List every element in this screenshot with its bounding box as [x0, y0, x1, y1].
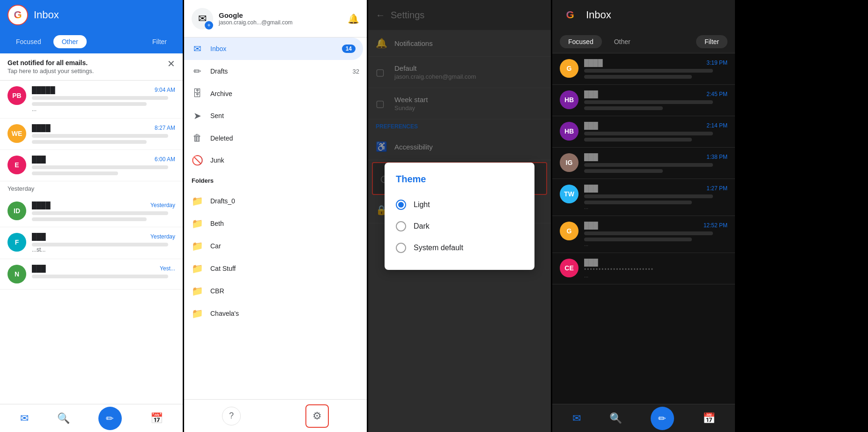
nav-item-sent[interactable]: ➤ Sent — [184, 104, 367, 127]
bottom-nav: ✉ 🔍 ✏ 📅 — [0, 404, 183, 432]
folder-label: Car — [210, 242, 359, 250]
nav-label-deleted: Deleted — [210, 134, 359, 142]
radio-light — [396, 200, 406, 210]
avatar: HB — [560, 122, 579, 141]
folder-beth[interactable]: 📁 Beth — [184, 212, 367, 235]
panel-dark-inbox: G Inbox Focused Other Filter G ████ 3:19… — [552, 0, 735, 432]
dark-email-item[interactable]: TW ███ 1:27 PM ... — [552, 179, 735, 216]
account-name: Google — [219, 11, 342, 19]
email-content: ███ 1:38 PM — [584, 153, 727, 173]
folder-chavelas[interactable]: 📁 Chavela's — [184, 302, 367, 325]
help-button[interactable]: ? — [222, 407, 241, 425]
theme-option-dark[interactable]: Dark — [396, 216, 523, 237]
email-time: Yesterday — [150, 202, 175, 209]
dark-mail-icon[interactable]: ✉ — [572, 412, 581, 425]
avatar: G — [560, 222, 579, 240]
nav-item-archive[interactable]: 🗄 Archive — [184, 82, 367, 104]
blur-line — [32, 243, 168, 246]
tab-focused[interactable]: Focused — [7, 35, 50, 48]
folder-icon: 📁 — [192, 240, 203, 252]
tab-filter[interactable]: Filter — [144, 35, 175, 48]
blur-line — [584, 238, 692, 241]
settings-button[interactable]: ⚙ — [305, 404, 329, 428]
notif-text: Get notified for all emails. Tap here to… — [7, 59, 94, 74]
folder-cat-stuff[interactable]: 📁 Cat Stuff — [184, 257, 367, 280]
dark-bottom-nav: ✉ 🔍 ✏ 📅 — [552, 404, 735, 432]
email-sender: ███ — [584, 185, 598, 192]
dark-email-item[interactable]: G ███ 12:52 PM ... — [552, 216, 735, 253]
email-item[interactable]: ID ████ Yesterday — [0, 196, 183, 227]
blur-line — [32, 275, 168, 278]
close-notification-button[interactable]: ✕ — [167, 59, 175, 68]
bell-icon[interactable]: 🔔 — [348, 13, 359, 24]
panel-light-inbox: G Inbox Focused Other Filter Get notifie… — [0, 0, 183, 432]
google-g-icon: G — [566, 9, 574, 21]
folder-label: Chavela's — [210, 310, 359, 317]
blur-line — [584, 163, 713, 167]
avatar: ID — [7, 201, 26, 220]
dark-email-item[interactable]: CE ███ •••••••••••••••••••••••• ... — [552, 253, 735, 284]
dark-tab-other[interactable]: Other — [606, 35, 639, 48]
google-logo-dark: G — [560, 5, 580, 25]
email-sender: ███ — [32, 233, 46, 240]
email-time: 12:52 PM — [704, 222, 727, 229]
email-time: Yest... — [160, 265, 175, 272]
tab-other[interactable]: Other — [53, 35, 87, 48]
dark-email-item[interactable]: IG ███ 1:38 PM — [552, 148, 735, 179]
avatar: E — [7, 156, 26, 174]
dark-search-icon[interactable]: 🔍 — [609, 412, 622, 425]
nav-item-drafts[interactable]: ✏ Drafts 32 — [184, 60, 367, 82]
folder-label: Drafts_0 — [210, 197, 359, 205]
email-content: ███ Yest... — [32, 265, 175, 278]
email-time: 3:19 PM — [706, 60, 727, 66]
nav-item-inbox[interactable]: ✉ Inbox 14 — [184, 37, 363, 60]
dark-tab-filter[interactable]: Filter — [696, 35, 727, 48]
theme-option-system[interactable]: System default — [396, 237, 523, 259]
nav-label-junk: Junk — [210, 156, 359, 164]
dark-tab-focused[interactable]: Focused — [560, 35, 602, 48]
dark-email-list: G ████ 3:19 PM HB ███ 2:45 PM — [552, 53, 735, 404]
theme-label-light: Light — [414, 201, 430, 209]
theme-dialog-overlay[interactable]: Theme Light Dark System default — [368, 0, 551, 432]
email-item[interactable]: WE ████ 8:27 AM — [0, 119, 183, 150]
nav-item-junk[interactable]: 🚫 Junk — [184, 149, 367, 171]
blur-line — [584, 132, 713, 135]
email-sender: ███ — [584, 153, 598, 161]
email-content: ████ 3:19 PM — [584, 59, 727, 79]
compose-button[interactable]: ✏ — [98, 407, 122, 430]
folder-drafts0[interactable]: 📁 Drafts_0 — [184, 190, 367, 212]
nav-item-deleted[interactable]: 🗑 Deleted — [184, 127, 367, 149]
dark-email-item[interactable]: HB ███ 2:14 PM — [552, 116, 735, 148]
dark-email-item[interactable]: HB ███ 2:45 PM — [552, 85, 735, 116]
email-item[interactable]: E ███ 6:00 AM — [0, 150, 183, 181]
add-account-badge[interactable]: + — [205, 21, 213, 30]
theme-option-light[interactable]: Light — [396, 194, 523, 216]
radio-inner — [398, 202, 404, 208]
folder-cbr[interactable]: 📁 CBR — [184, 280, 367, 302]
avatar: CE — [560, 259, 579, 277]
email-sender: ████ — [584, 59, 603, 67]
search-icon[interactable]: 🔍 — [57, 412, 70, 425]
blur-line — [584, 138, 692, 142]
email-list: PB █████ 9:04 AM ... WE ████ 8:27 AM — [0, 81, 183, 404]
email-item[interactable]: PB █████ 9:04 AM ... — [0, 81, 183, 119]
dark-compose-button[interactable]: ✏ — [651, 407, 674, 430]
avatar: HB — [560, 90, 579, 109]
inbox-badge: 14 — [342, 45, 356, 53]
avatar: F — [7, 233, 26, 252]
dark-calendar-icon[interactable]: 📅 — [703, 412, 715, 425]
email-content: ███ •••••••••••••••••••••••• ... — [584, 259, 727, 278]
nav-items: ✉ Inbox 14 ✏ Drafts 32 🗄 Archive ➤ Sent … — [184, 37, 367, 399]
mail-icon[interactable]: ✉ — [20, 412, 29, 425]
calendar-icon[interactable]: 📅 — [150, 412, 163, 425]
junk-icon: 🚫 — [192, 155, 203, 166]
dark-email-item[interactable]: G ████ 3:19 PM — [552, 53, 735, 85]
inbox-icon: ✉ — [192, 43, 203, 54]
folders-label: Folders — [184, 171, 367, 190]
nav-label-archive: Archive — [210, 90, 359, 97]
section-yesterday: Yesterday — [0, 181, 183, 196]
email-item[interactable]: F ███ Yesterday ...st... — [0, 227, 183, 259]
folder-car[interactable]: 📁 Car — [184, 235, 367, 257]
email-item[interactable]: N ███ Yest... — [0, 259, 183, 290]
inbox-title: Inbox — [34, 9, 59, 21]
